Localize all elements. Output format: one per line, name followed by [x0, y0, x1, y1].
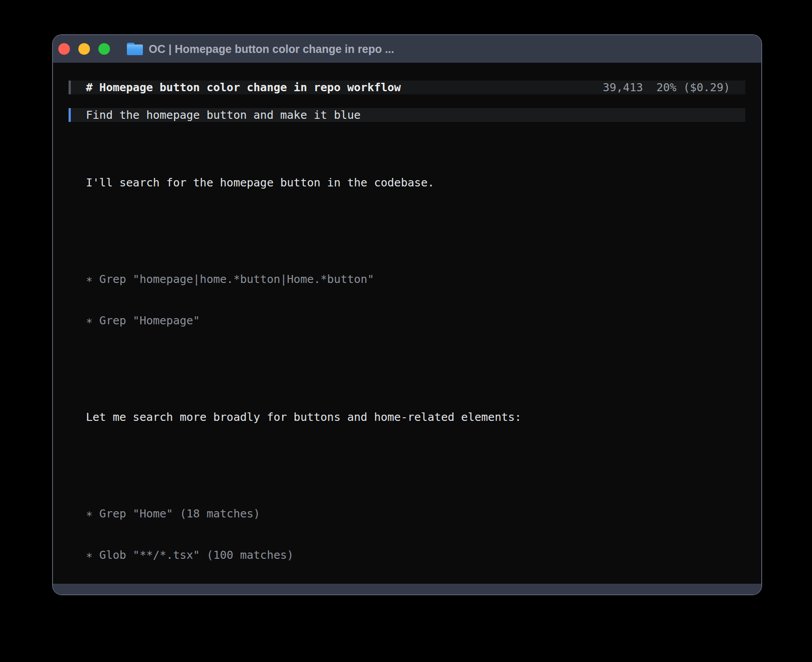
window-title: OC | Homepage button color change in rep… [149, 43, 394, 56]
tool-call-group: ∗ Grep "homepage|home.*button|Home.*butt… [86, 245, 745, 355]
titlebar: OC | Homepage button color change in rep… [53, 35, 761, 63]
token-count: 39,413 [603, 81, 643, 94]
close-button[interactable] [58, 43, 70, 55]
session-header: # Homepage button color change in repo w… [69, 81, 745, 94]
tool-call-line: ∗ Grep "Homepage" [86, 314, 745, 327]
tool-call-line: ∗ Glob "**/*.tsx" (100 matches) [86, 548, 745, 562]
zoom-button[interactable] [98, 43, 110, 55]
tool-call-line: ∗ Grep "homepage|home.*button|Home.*butt… [86, 272, 745, 286]
user-message: Find the homepage button and make it blu… [69, 108, 745, 122]
tool-call-line: ∗ Grep "Home" (18 matches) [86, 507, 745, 521]
bottom-strip [53, 584, 761, 594]
terminal-window: OC | Homepage button color change in rep… [52, 34, 762, 595]
context-usage: 20% ($0.29) [656, 81, 730, 94]
session-stats: 39,413 20% ($0.29) [603, 81, 730, 94]
conversation: I'll search for the homepage button in t… [69, 134, 745, 584]
folder-icon [127, 43, 143, 55]
user-message-text: Find the homepage button and make it blu… [86, 108, 361, 122]
terminal-content: # Homepage button color change in repo w… [53, 63, 761, 584]
session-title: # Homepage button color change in repo w… [86, 81, 401, 94]
assistant-message: Let me search more broadly for buttons a… [86, 410, 745, 424]
minimize-button[interactable] [78, 43, 90, 55]
assistant-message: I'll search for the homepage button in t… [86, 176, 745, 190]
tool-call-group: ∗ Grep "Home" (18 matches) ∗ Glob "**/*.… [86, 479, 745, 584]
